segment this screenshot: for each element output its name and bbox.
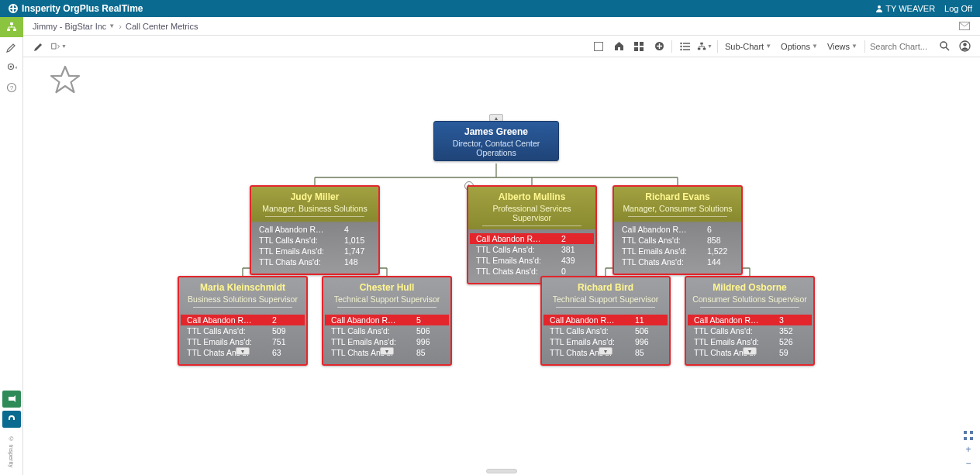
- tool-grid-icon[interactable]: [631, 39, 647, 54]
- bottom-drag-handle[interactable]: [486, 469, 517, 473]
- svg-point-27: [940, 42, 947, 48]
- svg-rect-2: [10, 22, 13, 25]
- brand-label: Insperity OrgPlus RealTime: [22, 3, 143, 14]
- search-input[interactable]: [870, 42, 932, 51]
- node-l1-2[interactable]: Richard EvansManager, Consumer Solutions…: [612, 185, 743, 275]
- svg-point-6: [9, 66, 12, 68]
- tool-panel-icon[interactable]: [591, 39, 606, 54]
- svg-rect-24: [700, 42, 702, 44]
- svg-rect-14: [640, 42, 644, 46]
- svg-rect-21: [683, 46, 690, 46]
- profile-icon[interactable]: [957, 39, 972, 54]
- brand: Insperity OrgPlus RealTime: [8, 3, 143, 14]
- svg-text:?: ?: [9, 84, 13, 91]
- breadcrumb-org[interactable]: Jimmy - BigStar Inc: [33, 22, 106, 31]
- brand-icon: [8, 3, 19, 14]
- user-menu[interactable]: TY WEAVER: [875, 4, 935, 13]
- svg-point-1: [878, 5, 881, 9]
- expand-down[interactable]: ▾: [599, 347, 612, 355]
- options-menu[interactable]: Options▼: [778, 42, 820, 51]
- views-menu[interactable]: Views▼: [825, 42, 860, 51]
- subchart-menu[interactable]: Sub-Chart▼: [723, 42, 774, 51]
- logoff-link[interactable]: Log Off: [944, 4, 972, 13]
- format-icon[interactable]: ▼: [51, 39, 67, 54]
- node-title: Director, Contact Center Operations: [440, 139, 552, 157]
- rail-feedback[interactable]: [2, 391, 21, 408]
- svg-rect-19: [683, 43, 690, 43]
- search-icon[interactable]: [937, 39, 952, 54]
- svg-point-18: [680, 42, 682, 43]
- node-root[interactable]: James Greene Director, Contact Center Op…: [433, 121, 559, 161]
- mail-icon[interactable]: [958, 21, 971, 32]
- svg-rect-26: [703, 47, 706, 50]
- tool-list-icon[interactable]: [677, 39, 692, 54]
- svg-rect-4: [13, 29, 16, 31]
- copyright: © Insperity: [8, 435, 15, 467]
- svg-rect-30: [964, 431, 967, 434]
- svg-text:+: +: [15, 65, 17, 71]
- svg-rect-25: [698, 47, 700, 50]
- favorite-star-icon[interactable]: [50, 65, 81, 96]
- fullscreen-icon[interactable]: [963, 430, 974, 441]
- node-l1-1[interactable]: Alberto MullinsProfessional Services Sup…: [467, 185, 597, 284]
- rail-edit[interactable]: [0, 37, 23, 57]
- tool-add-icon[interactable]: [651, 39, 667, 54]
- zoom-out-icon[interactable]: −: [963, 458, 974, 469]
- expand-down[interactable]: ▾: [236, 347, 250, 355]
- edit-icon[interactable]: [31, 39, 47, 54]
- svg-rect-12: [595, 42, 603, 50]
- svg-rect-23: [683, 49, 690, 50]
- node-name: James Greene: [440, 126, 552, 137]
- tool-tree-icon[interactable]: ▼: [697, 39, 713, 54]
- svg-rect-15: [634, 47, 638, 51]
- svg-rect-11: [52, 43, 56, 49]
- svg-rect-31: [970, 431, 973, 434]
- svg-rect-32: [964, 437, 967, 440]
- svg-rect-13: [634, 42, 638, 46]
- rail-chart[interactable]: [0, 17, 23, 37]
- svg-point-22: [680, 48, 682, 50]
- rail-help[interactable]: ?: [0, 77, 23, 98]
- expand-down[interactable]: ▾: [380, 347, 394, 355]
- node-l1-0[interactable]: Judy MillerManager, Business Solutions C…: [250, 185, 380, 275]
- svg-rect-16: [640, 47, 644, 51]
- rail-settings[interactable]: +: [0, 57, 23, 77]
- tool-home-icon[interactable]: [611, 39, 626, 54]
- chevron-down-icon[interactable]: ▼: [109, 22, 115, 29]
- user-label: TY WEAVER: [885, 4, 935, 13]
- expand-down[interactable]: ▾: [743, 347, 757, 355]
- svg-rect-33: [970, 437, 973, 440]
- breadcrumb-page[interactable]: Call Center Metrics: [126, 22, 198, 31]
- svg-rect-3: [7, 29, 10, 31]
- zoom-in-icon[interactable]: +: [963, 444, 974, 455]
- svg-point-20: [680, 45, 682, 46]
- svg-point-29: [963, 43, 966, 46]
- rail-support[interactable]: [2, 411, 21, 428]
